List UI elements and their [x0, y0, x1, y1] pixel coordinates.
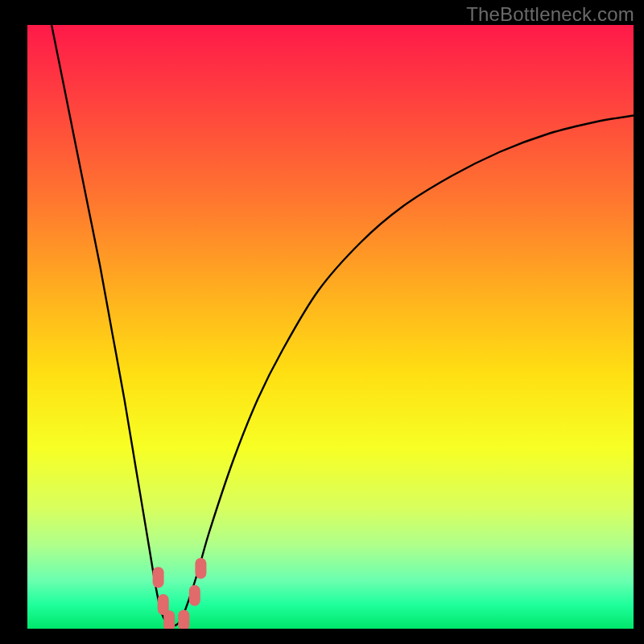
curve-marker	[178, 610, 189, 630]
chart-plot-area	[27, 25, 634, 629]
bottleneck-curve	[52, 25, 634, 625]
curve-marker	[153, 567, 164, 588]
curve-markers	[153, 558, 207, 629]
curve-marker	[163, 610, 175, 629]
watermark: TheBottleneck.com	[466, 3, 634, 26]
curve-marker	[189, 585, 200, 606]
bottleneck-curve-svg	[27, 25, 634, 629]
curve-marker	[195, 558, 206, 579]
